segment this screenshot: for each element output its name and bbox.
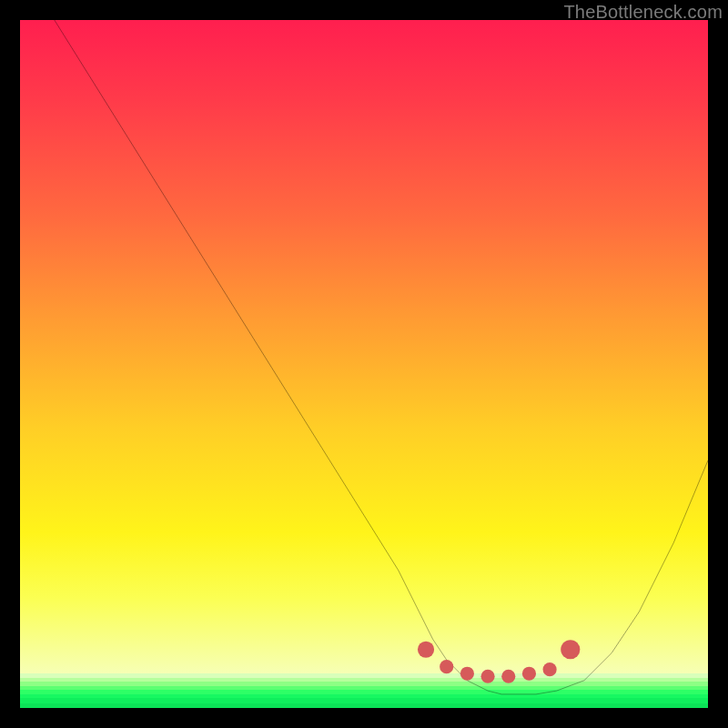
plot-area	[20, 20, 708, 708]
green-band-zone	[20, 20, 708, 708]
chart-frame: TheBottleneck.com	[0, 0, 728, 728]
green-band	[20, 703, 708, 708]
watermark-text: TheBottleneck.com	[563, 2, 723, 23]
